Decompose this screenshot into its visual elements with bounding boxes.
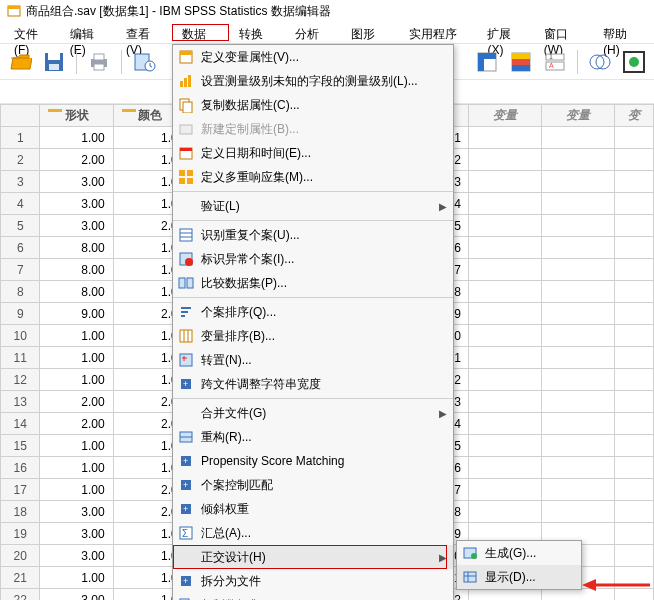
cell[interactable] xyxy=(468,501,541,523)
menu-item[interactable]: 正交设计(H)▶ xyxy=(173,545,453,569)
cell[interactable] xyxy=(468,413,541,435)
cell[interactable] xyxy=(541,193,614,215)
menu-item[interactable]: +Propensity Score Matching xyxy=(173,449,453,473)
rowhdr[interactable]: 11 xyxy=(1,347,40,369)
cell[interactable] xyxy=(541,325,614,347)
rowhdr[interactable]: 10 xyxy=(1,325,40,347)
menu-window[interactable]: 窗口(W) xyxy=(534,24,593,41)
run-icon[interactable] xyxy=(620,48,648,76)
cell[interactable]: 1.00 xyxy=(40,325,113,347)
menu-item[interactable]: 标识异常个案(I)... xyxy=(173,247,453,271)
cell[interactable]: 2.00 xyxy=(40,149,113,171)
menu-item[interactable]: 转置(N)... xyxy=(173,348,453,372)
rowhdr[interactable]: 16 xyxy=(1,457,40,479)
cell[interactable] xyxy=(614,149,654,171)
sheet1-icon[interactable] xyxy=(473,48,501,76)
cell[interactable] xyxy=(541,369,614,391)
rowhdr[interactable]: 12 xyxy=(1,369,40,391)
cell[interactable] xyxy=(468,369,541,391)
rowhdr[interactable]: 9 xyxy=(1,303,40,325)
cell[interactable]: 3.00 xyxy=(40,501,113,523)
cell[interactable] xyxy=(468,171,541,193)
menu-item[interactable]: 验证(L)▶ xyxy=(173,194,453,218)
cell[interactable] xyxy=(468,347,541,369)
cell[interactable] xyxy=(614,325,654,347)
submenu-item[interactable]: 生成(G)... xyxy=(457,541,581,565)
rowhdr[interactable]: 3 xyxy=(1,171,40,193)
cell[interactable] xyxy=(468,435,541,457)
rowhdr[interactable]: 13 xyxy=(1,391,40,413)
cell[interactable] xyxy=(468,127,541,149)
rowhdr[interactable]: 5 xyxy=(1,215,40,237)
cell[interactable] xyxy=(614,347,654,369)
menu-item[interactable]: 定义变量属性(V)... xyxy=(173,45,453,69)
col-c1[interactable]: 形状 xyxy=(40,105,113,127)
cell[interactable] xyxy=(541,127,614,149)
cell[interactable] xyxy=(468,193,541,215)
cell[interactable]: 3.00 xyxy=(40,523,113,545)
save-icon[interactable] xyxy=(40,48,68,76)
menu-item[interactable]: +倾斜权重 xyxy=(173,497,453,521)
cell[interactable] xyxy=(468,259,541,281)
menu-help[interactable]: 帮助(H) xyxy=(593,24,650,41)
cell[interactable] xyxy=(468,237,541,259)
rowhdr[interactable]: 21 xyxy=(1,567,40,589)
cell[interactable] xyxy=(468,215,541,237)
cell[interactable] xyxy=(468,479,541,501)
cell[interactable]: 3.00 xyxy=(40,589,113,601)
menu-file[interactable]: 文件(F) xyxy=(4,24,60,41)
menu-analyze[interactable]: 分析(A) xyxy=(285,24,341,41)
cell[interactable] xyxy=(614,501,654,523)
cell[interactable]: 1.00 xyxy=(40,435,113,457)
print-icon[interactable] xyxy=(85,48,113,76)
cell[interactable] xyxy=(614,413,654,435)
rowhdr[interactable]: 15 xyxy=(1,435,40,457)
rowhdr[interactable]: 17 xyxy=(1,479,40,501)
cell[interactable] xyxy=(614,545,654,567)
cell[interactable] xyxy=(468,325,541,347)
rowhdr[interactable]: 2 xyxy=(1,149,40,171)
cell[interactable] xyxy=(541,391,614,413)
cell[interactable] xyxy=(541,457,614,479)
menu-extensions[interactable]: 扩展(X) xyxy=(477,24,533,41)
menu-item[interactable]: 个案排序(Q)... xyxy=(173,300,453,324)
rowhdr[interactable]: 20 xyxy=(1,545,40,567)
rowhdr[interactable]: 4 xyxy=(1,193,40,215)
cell[interactable] xyxy=(541,237,614,259)
menu-item[interactable]: 定义日期和时间(E)... xyxy=(173,141,453,165)
cell[interactable] xyxy=(541,215,614,237)
cell[interactable] xyxy=(614,237,654,259)
rowhdr[interactable]: 14 xyxy=(1,413,40,435)
cell[interactable]: 3.00 xyxy=(40,215,113,237)
cell[interactable] xyxy=(468,149,541,171)
rowhdr[interactable]: 22 xyxy=(1,589,40,601)
cell[interactable] xyxy=(614,127,654,149)
cell[interactable] xyxy=(614,479,654,501)
menu-utilities[interactable]: 实用程序(U) xyxy=(399,24,478,41)
cell[interactable] xyxy=(614,391,654,413)
menu-item[interactable]: 变量排序(B)... xyxy=(173,324,453,348)
menu-item[interactable]: 复制数据集(D) xyxy=(173,593,453,600)
valuelabels-icon[interactable]: 1A xyxy=(541,48,569,76)
cell[interactable] xyxy=(468,281,541,303)
rowhdr[interactable]: 7 xyxy=(1,259,40,281)
cell[interactable] xyxy=(614,457,654,479)
cell[interactable] xyxy=(541,501,614,523)
menu-item[interactable]: +拆分为文件 xyxy=(173,569,453,593)
cell[interactable] xyxy=(468,391,541,413)
rowhdr[interactable]: 8 xyxy=(1,281,40,303)
menu-item[interactable]: 设置测量级别未知的字段的测量级别(L)... xyxy=(173,69,453,93)
col-var3[interactable]: 变 xyxy=(614,105,654,127)
rowhdr[interactable]: 18 xyxy=(1,501,40,523)
col-var2[interactable]: 变量 xyxy=(541,105,614,127)
cell[interactable]: 8.00 xyxy=(40,281,113,303)
cell[interactable] xyxy=(541,435,614,457)
recall-icon[interactable] xyxy=(130,48,158,76)
col-var1[interactable]: 变量 xyxy=(468,105,541,127)
cell[interactable]: 8.00 xyxy=(40,237,113,259)
cell[interactable] xyxy=(541,347,614,369)
open-icon[interactable] xyxy=(6,48,34,76)
cell[interactable] xyxy=(541,479,614,501)
cell[interactable]: 1.00 xyxy=(40,369,113,391)
cell[interactable] xyxy=(541,281,614,303)
